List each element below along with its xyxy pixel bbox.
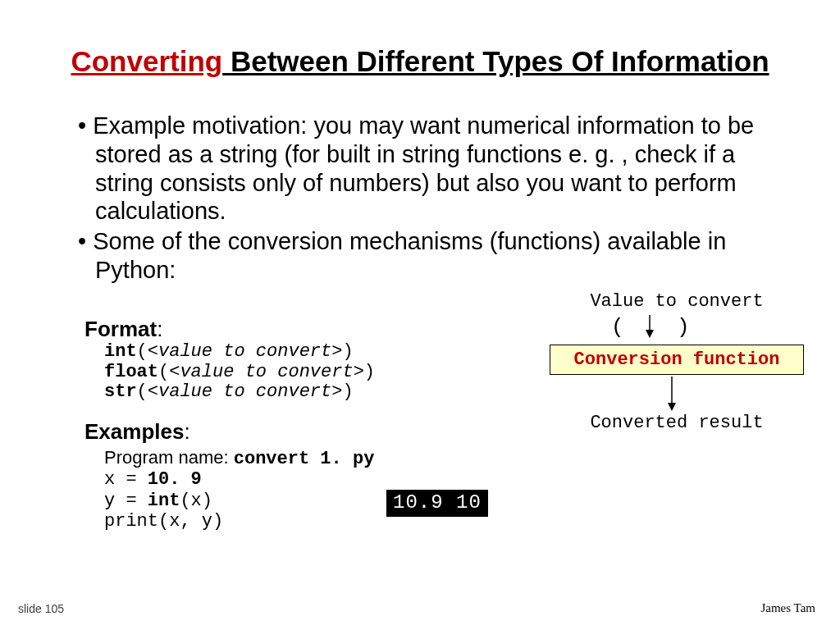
kw-int: int — [104, 341, 137, 362]
progname-value: convert 1. py — [234, 449, 375, 469]
program-name-line: Program name: convert 1. py — [104, 447, 374, 469]
examples-code: Program name: convert 1. py x = 10. 9 y … — [104, 447, 374, 532]
arg-placeholder: <value to convert> — [148, 381, 343, 402]
arrow-down-icon — [644, 315, 655, 338]
examples-colon: : — [184, 419, 189, 444]
bullet-1-text: Example motivation: you may want numeric… — [93, 112, 754, 224]
arg-placeholder: <value to convert> — [148, 341, 343, 362]
diagram-paren-right: ) — [677, 315, 690, 340]
examples-heading: Examples: — [84, 419, 190, 445]
format-label-text: Format — [84, 317, 157, 341]
bullet-2-text: Some of the conversion mechanisms (funct… — [93, 228, 726, 283]
bullet-1: • Example motivation: you may want numer… — [78, 112, 792, 226]
kw-str: str — [104, 381, 137, 402]
paren-open: ( — [158, 362, 169, 382]
code-assign-y: y = int(x) — [104, 491, 374, 511]
paren-open: ( — [137, 341, 148, 362]
author-name: James Tam — [760, 601, 815, 615]
slide-title: Converting Between Different Types Of In… — [0, 45, 840, 78]
code-line-float: float(<value to convert>) — [104, 363, 375, 383]
code-print: print(x, y) — [104, 511, 374, 532]
arg-placeholder: <value to convert> — [169, 362, 364, 382]
examples-label-text: Examples — [84, 419, 184, 444]
title-highlight: Converting — [71, 45, 222, 77]
code-assign-x: x = 10. 9 — [104, 469, 374, 490]
kw-float: float — [104, 362, 158, 382]
paren-close: ) — [342, 341, 353, 362]
arrow-down-icon — [666, 377, 678, 411]
paren-close: ) — [342, 381, 353, 402]
code-line-str: str(<value to convert>) — [104, 382, 375, 403]
diagram-gap — [541, 375, 812, 413]
diagram-paren-left: ( — [611, 315, 624, 340]
svg-marker-3 — [668, 403, 676, 411]
title-rest: Between Different Types Of Information — [222, 45, 769, 77]
slide-number: slide 105 — [18, 602, 64, 615]
code-line-int: int(<value to convert>) — [104, 342, 375, 363]
conversion-diagram: Value to convert ( ) Conversion function… — [541, 291, 812, 433]
bullet-list: • Example motivation: you may want numer… — [78, 112, 792, 286]
paren-open: ( — [137, 381, 148, 402]
format-colon: : — [157, 317, 162, 341]
converted-result-label: Converted result — [541, 413, 812, 433]
progname-label: Program name: — [104, 447, 234, 468]
format-heading: Format: — [84, 317, 162, 342]
value-to-convert-label: Value to convert — [541, 291, 812, 312]
format-code: int(<value to convert>) float(<value to … — [104, 342, 375, 403]
conversion-function-box: Conversion function — [550, 345, 804, 375]
bullet-2: • Some of the conversion mechanisms (fun… — [78, 227, 792, 285]
output-terminal: 10.9 10 — [386, 490, 488, 517]
svg-marker-1 — [646, 330, 654, 338]
paren-row: ( ) — [541, 315, 812, 340]
paren-close: ) — [364, 362, 375, 382]
